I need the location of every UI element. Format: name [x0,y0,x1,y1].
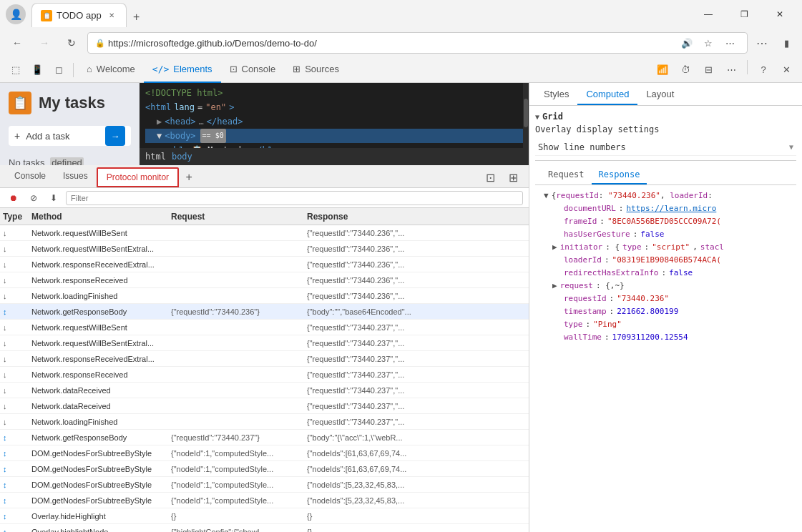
table-row[interactable]: ↓ Network.requestWillBeSent {"requestId"… [0,320,529,335]
subtab-issues[interactable]: Issues [54,166,97,187]
elements-scroll-thumb [524,99,528,127]
back-button[interactable]: ← [6,31,29,54]
sidebar-btn[interactable]: ▮ [776,33,796,53]
breadcrumb-html[interactable]: html [145,152,166,162]
table-row[interactable]: ↓ Network.responseReceivedExtral... {"re… [0,257,529,272]
row-method: Network.responseReceivedExtral... [29,355,168,363]
tab-elements-label: Elements [173,64,212,74]
table-row[interactable]: ↕ DOM.getNodesForSubtreeByStyle {"nodeId… [0,445,529,461]
table-row[interactable]: ↕ Network.getResponseBody {"requestId":"… [0,304,529,320]
clear-btn[interactable]: ⊘ [26,190,41,206]
resp-tab-response[interactable]: Response [592,166,647,184]
more-tools-icon[interactable]: ◻ [49,60,69,80]
profile-icon[interactable]: 👤 [6,4,26,24]
close-button[interactable]: ✕ [763,3,796,26]
rb-line-wallTime: wallTime: 1709311200.12554 [541,331,791,344]
tab-computed[interactable]: Computed [577,84,637,105]
window-controls: — ❐ ✕ [692,3,796,26]
table-row[interactable]: ↓ Network.requestWillBeSentExtral... {"r… [0,335,529,351]
row-method: DOM.getNodesForSubtreeByStyle [29,449,168,458]
browser-tab-todo[interactable]: 📋 TODO app ✕ [31,3,127,27]
browser-more-btn[interactable]: ⋯ [752,33,772,53]
table-row[interactable]: ↓ Network.loadingFinished {"requestId":"… [0,288,529,304]
dt-close-btn[interactable]: ✕ [776,60,796,80]
table-row[interactable]: ↕ DOM.getNodesForSubtreeByStyle {"nodeId… [0,461,529,477]
table-row[interactable]: ↕ Overlay.hideHighlight {} {} [0,508,529,524]
resp-tab-request[interactable]: Request [541,166,592,184]
app-icon[interactable]: ⊟ [698,60,718,80]
rb-expand-1[interactable]: ▼ [544,189,549,202]
subtab-add-btn[interactable]: + [179,167,199,187]
table-row[interactable]: ↕ Overlay.highlightNode {"highlightConfi… [0,524,529,532]
table-row[interactable]: ↓ Network.responseReceived {"requestId":… [0,367,529,383]
download-btn[interactable]: ⬇ [46,190,62,206]
devtools-toolbar: ⬚ 📱 ◻ ⌂ Welcome </> Elements ⊡ Console ⊞… [0,57,802,83]
read-aloud-icon[interactable]: 🔊 [677,33,697,53]
add-task-row[interactable]: + Add a task → [9,126,131,146]
el-line-body[interactable]: ▼ <body> == $0 [145,129,523,143]
rb-expand-initiator[interactable]: ▶ [552,241,557,254]
styles-tabs: Styles Computed Layout [529,83,802,106]
rb-line-1: ▼ {requestId: "73440.236", loaderId: [541,189,791,202]
stop-recording-btn[interactable]: ⏺ [6,190,21,206]
forward-button[interactable]: → [33,31,56,54]
table-row[interactable]: ↕ DOM.getNodesForSubtreeByStyle {"nodeId… [0,493,529,508]
rb-line-type: type: "Ping" [541,318,791,331]
row-method: DOM.getNodesForSubtreeByStyle [29,496,168,505]
table-row[interactable]: ↕ Network.getResponseBody {"requestId":"… [0,430,529,445]
dt-help-btn[interactable]: ? [753,60,773,80]
add-task-arrow-btn[interactable]: → [105,126,125,146]
more-icon[interactable]: ⋯ [720,33,740,53]
subtab-protocol-monitor[interactable]: Protocol monitor [97,167,179,187]
perf-icon[interactable]: ⏱ [675,60,695,80]
table-header: Type Method Request Response [0,208,529,225]
reload-button[interactable]: ↻ [60,31,83,54]
tab-sources[interactable]: ⊞ Sources [284,57,348,83]
overlay-dropdown-icon[interactable]: ▼ [789,143,793,151]
row-request: {"nodeId":1,"computedStyle... [168,496,304,505]
tab-close-btn[interactable]: ✕ [106,10,117,21]
restore-button[interactable]: ❐ [728,3,761,26]
row-type: ↓ [0,229,29,237]
table-row[interactable]: ↓ Network.responseReceivedExtral... {"re… [0,351,529,367]
table-row[interactable]: ↓ Network.loadingFinished {"requestId":"… [0,414,529,430]
row-method: Network.responseReceived [29,276,168,285]
network-icon[interactable]: 📶 [652,60,673,80]
devtools-tabs: ⌂ Welcome </> Elements ⊡ Console ⊞ Sourc… [78,57,651,83]
inspect-icon[interactable]: ⬚ [6,60,26,80]
table-row[interactable]: ↓ Network.requestWillBeSentExtral... {"r… [0,241,529,257]
tab-console[interactable]: ⊡ Console [221,57,285,83]
table-row[interactable]: ↓ Network.dataReceived {"requestId":"734… [0,383,529,398]
tab-elements[interactable]: </> Elements [144,57,221,83]
grid-arrow-icon[interactable]: ▼ [535,113,539,121]
favorites-icon[interactable]: ☆ [698,33,718,53]
address-input[interactable]: 🔒 https://microsoftedge.github.io/Demos/… [87,32,748,54]
rb-expand-request[interactable]: ▶ [552,280,557,292]
table-row[interactable]: ↓ Network.responseReceived {"requestId":… [0,272,529,288]
table-row[interactable]: ↓ Network.dataReceived {"requestId":"734… [0,398,529,414]
tab-layout[interactable]: Layout [637,84,683,105]
row-response: {"nodeIds":[5,23,32,45,83,... [304,496,529,505]
dock-icon[interactable]: ⊡ [480,167,500,187]
breadcrumb-body[interactable]: body [172,152,192,162]
row-type: ↓ [0,323,29,332]
dt-more-btn[interactable]: ⋯ [721,60,741,80]
filter-input[interactable] [66,191,523,205]
row-type: ↓ [0,292,29,300]
minimize-button[interactable]: — [692,3,725,26]
table-row[interactable]: ↕ DOM.getNodesForSubtreeByStyle {"nodeId… [0,477,529,493]
subtab-console[interactable]: Console [6,166,54,187]
device-icon[interactable]: 📱 [27,60,47,80]
table-row[interactable]: ↓ Network.requestWillBeSent {"requestId"… [0,225,529,241]
row-response: {"requestId":"73440.236","... [304,245,529,253]
rb-line-documentURL: documentURL: https://learn.micro [541,202,791,215]
row-type: ↓ [0,402,29,410]
elements-scrollbar[interactable] [523,83,529,148]
main-area: 📋 My tasks + Add a task → No tasks defin… [0,83,802,532]
expand-icon[interactable]: ⊞ [503,167,523,187]
add-task-text: Add a task [26,131,99,142]
panel-separator [535,160,796,161]
new-tab-button[interactable]: + [127,7,147,27]
tab-welcome[interactable]: ⌂ Welcome [78,57,144,83]
tab-styles[interactable]: Styles [535,84,577,105]
